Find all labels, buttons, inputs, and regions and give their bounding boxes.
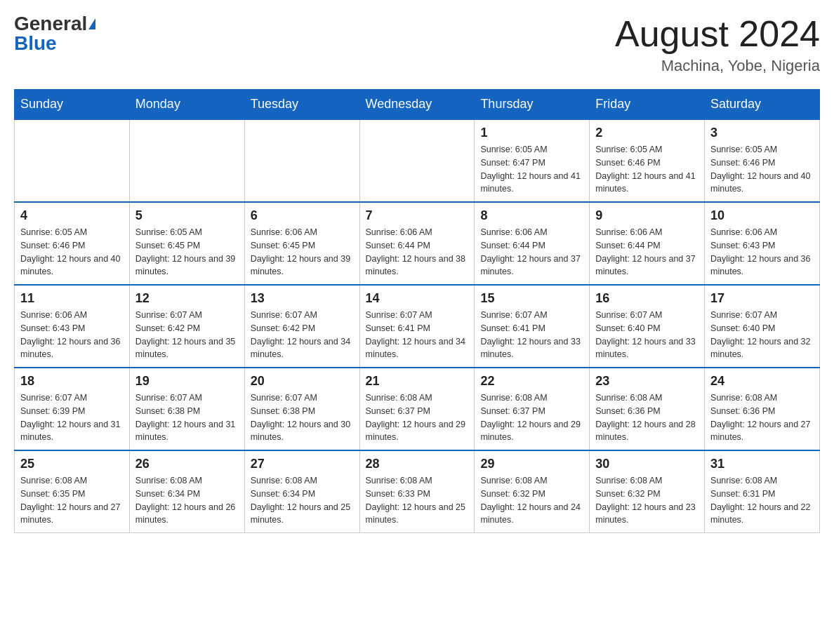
day-info: Sunrise: 6:05 AMSunset: 6:46 PMDaylight:… — [20, 226, 124, 279]
day-number: 25 — [20, 457, 124, 471]
day-info: Sunrise: 6:06 AMSunset: 6:44 PMDaylight:… — [366, 226, 469, 279]
calendar-cell: 1Sunrise: 6:05 AMSunset: 6:47 PMDaylight… — [475, 119, 590, 202]
day-info: Sunrise: 6:07 AMSunset: 6:38 PMDaylight:… — [135, 391, 239, 444]
calendar-cell: 30Sunrise: 6:08 AMSunset: 6:32 PMDayligh… — [590, 450, 705, 533]
day-number: 4 — [20, 208, 124, 223]
day-number: 21 — [366, 374, 469, 389]
calendar-cell: 11Sunrise: 6:06 AMSunset: 6:43 PMDayligh… — [15, 285, 130, 368]
title-block: August 2024 Machina, Yobe, Nigeria — [615, 14, 820, 75]
calendar-week-row: 4Sunrise: 6:05 AMSunset: 6:46 PMDaylight… — [15, 202, 820, 285]
day-number: 5 — [135, 208, 239, 223]
calendar-cell: 9Sunrise: 6:06 AMSunset: 6:44 PMDaylight… — [590, 202, 705, 285]
day-of-week-header: Thursday — [475, 90, 590, 120]
calendar-cell: 10Sunrise: 6:06 AMSunset: 6:43 PMDayligh… — [705, 202, 820, 285]
calendar-cell — [15, 119, 130, 202]
day-number: 9 — [595, 208, 699, 223]
calendar-cell — [244, 119, 359, 202]
day-info: Sunrise: 6:08 AMSunset: 6:35 PMDaylight:… — [20, 474, 124, 527]
calendar-cell: 22Sunrise: 6:08 AMSunset: 6:37 PMDayligh… — [475, 368, 590, 450]
day-number: 30 — [595, 457, 699, 471]
day-number: 15 — [480, 291, 583, 306]
day-of-week-header: Saturday — [705, 90, 820, 120]
day-info: Sunrise: 6:05 AMSunset: 6:46 PMDaylight:… — [595, 143, 699, 196]
day-info: Sunrise: 6:06 AMSunset: 6:43 PMDaylight:… — [20, 309, 124, 361]
day-of-week-header: Wednesday — [359, 90, 475, 120]
calendar-cell: 14Sunrise: 6:07 AMSunset: 6:41 PMDayligh… — [359, 285, 475, 368]
calendar-cell: 6Sunrise: 6:06 AMSunset: 6:45 PMDaylight… — [244, 202, 359, 285]
calendar-cell: 21Sunrise: 6:08 AMSunset: 6:37 PMDayligh… — [359, 368, 475, 450]
calendar-cell: 28Sunrise: 6:08 AMSunset: 6:33 PMDayligh… — [359, 450, 475, 533]
day-info: Sunrise: 6:08 AMSunset: 6:33 PMDaylight:… — [366, 474, 469, 527]
calendar-week-row: 11Sunrise: 6:06 AMSunset: 6:43 PMDayligh… — [15, 285, 820, 368]
day-info: Sunrise: 6:08 AMSunset: 6:31 PMDaylight:… — [710, 474, 814, 527]
calendar-cell: 27Sunrise: 6:08 AMSunset: 6:34 PMDayligh… — [244, 450, 359, 533]
day-info: Sunrise: 6:05 AMSunset: 6:45 PMDaylight:… — [135, 226, 239, 279]
calendar-cell: 16Sunrise: 6:07 AMSunset: 6:40 PMDayligh… — [590, 285, 705, 368]
day-info: Sunrise: 6:08 AMSunset: 6:37 PMDaylight:… — [366, 391, 469, 444]
calendar-cell: 3Sunrise: 6:05 AMSunset: 6:46 PMDaylight… — [705, 119, 820, 202]
day-number: 3 — [710, 126, 814, 140]
day-info: Sunrise: 6:08 AMSunset: 6:32 PMDaylight:… — [480, 474, 583, 527]
calendar-cell: 4Sunrise: 6:05 AMSunset: 6:46 PMDaylight… — [15, 202, 130, 285]
day-info: Sunrise: 6:06 AMSunset: 6:45 PMDaylight:… — [251, 226, 354, 279]
logo-triangle-icon — [88, 18, 95, 29]
day-number: 28 — [366, 457, 469, 471]
calendar-cell: 17Sunrise: 6:07 AMSunset: 6:40 PMDayligh… — [705, 285, 820, 368]
calendar-cell: 13Sunrise: 6:07 AMSunset: 6:42 PMDayligh… — [244, 285, 359, 368]
calendar-cell: 29Sunrise: 6:08 AMSunset: 6:32 PMDayligh… — [475, 450, 590, 533]
day-info: Sunrise: 6:07 AMSunset: 6:39 PMDaylight:… — [20, 391, 124, 444]
day-info: Sunrise: 6:07 AMSunset: 6:38 PMDaylight:… — [251, 391, 354, 444]
day-number: 27 — [251, 457, 354, 471]
day-number: 6 — [251, 208, 354, 223]
calendar-week-row: 1Sunrise: 6:05 AMSunset: 6:47 PMDaylight… — [15, 119, 820, 202]
calendar-cell: 25Sunrise: 6:08 AMSunset: 6:35 PMDayligh… — [15, 450, 130, 533]
calendar-cell: 12Sunrise: 6:07 AMSunset: 6:42 PMDayligh… — [129, 285, 244, 368]
day-number: 13 — [251, 291, 354, 306]
day-number: 11 — [20, 291, 124, 306]
day-of-week-header: Monday — [129, 90, 244, 120]
day-number: 1 — [480, 126, 583, 140]
calendar-cell: 20Sunrise: 6:07 AMSunset: 6:38 PMDayligh… — [244, 368, 359, 450]
calendar-cell: 5Sunrise: 6:05 AMSunset: 6:45 PMDaylight… — [129, 202, 244, 285]
day-number: 16 — [595, 291, 699, 306]
calendar-cell: 23Sunrise: 6:08 AMSunset: 6:36 PMDayligh… — [590, 368, 705, 450]
day-info: Sunrise: 6:07 AMSunset: 6:42 PMDaylight:… — [251, 309, 354, 361]
day-number: 14 — [366, 291, 469, 306]
day-info: Sunrise: 6:05 AMSunset: 6:47 PMDaylight:… — [480, 143, 583, 196]
day-info: Sunrise: 6:07 AMSunset: 6:41 PMDaylight:… — [366, 309, 469, 361]
day-info: Sunrise: 6:07 AMSunset: 6:41 PMDaylight:… — [480, 309, 583, 361]
day-number: 12 — [135, 291, 239, 306]
day-info: Sunrise: 6:08 AMSunset: 6:37 PMDaylight:… — [480, 391, 583, 444]
day-number: 18 — [20, 374, 124, 389]
day-info: Sunrise: 6:08 AMSunset: 6:36 PMDaylight:… — [710, 391, 814, 444]
calendar-cell: 24Sunrise: 6:08 AMSunset: 6:36 PMDayligh… — [705, 368, 820, 450]
day-info: Sunrise: 6:05 AMSunset: 6:46 PMDaylight:… — [710, 143, 814, 196]
day-number: 19 — [135, 374, 239, 389]
calendar-cell: 7Sunrise: 6:06 AMSunset: 6:44 PMDaylight… — [359, 202, 475, 285]
month-title: August 2024 — [615, 14, 820, 54]
day-info: Sunrise: 6:06 AMSunset: 6:43 PMDaylight:… — [710, 226, 814, 279]
calendar-cell: 2Sunrise: 6:05 AMSunset: 6:46 PMDaylight… — [590, 119, 705, 202]
page-header: General Blue August 2024 Machina, Yobe, … — [14, 14, 820, 75]
logo-blue-text: Blue — [14, 34, 57, 53]
calendar-cell — [359, 119, 475, 202]
day-number: 24 — [710, 374, 814, 389]
day-of-week-header: Tuesday — [244, 90, 359, 120]
calendar-cell: 31Sunrise: 6:08 AMSunset: 6:31 PMDayligh… — [705, 450, 820, 533]
calendar-cell: 19Sunrise: 6:07 AMSunset: 6:38 PMDayligh… — [129, 368, 244, 450]
day-number: 26 — [135, 457, 239, 471]
day-info: Sunrise: 6:07 AMSunset: 6:40 PMDaylight:… — [595, 309, 699, 361]
logo-general-text: General — [14, 14, 87, 34]
calendar-cell: 15Sunrise: 6:07 AMSunset: 6:41 PMDayligh… — [475, 285, 590, 368]
day-of-week-header: Sunday — [15, 90, 130, 120]
calendar-header-row: SundayMondayTuesdayWednesdayThursdayFrid… — [15, 90, 820, 120]
calendar-cell: 8Sunrise: 6:06 AMSunset: 6:44 PMDaylight… — [475, 202, 590, 285]
day-number: 17 — [710, 291, 814, 306]
day-number: 22 — [480, 374, 583, 389]
calendar-table: SundayMondayTuesdayWednesdayThursdayFrid… — [14, 89, 820, 533]
day-number: 2 — [595, 126, 699, 140]
day-info: Sunrise: 6:07 AMSunset: 6:42 PMDaylight:… — [135, 309, 239, 361]
day-info: Sunrise: 6:06 AMSunset: 6:44 PMDaylight:… — [595, 226, 699, 279]
day-of-week-header: Friday — [590, 90, 705, 120]
logo: General Blue — [14, 14, 95, 53]
